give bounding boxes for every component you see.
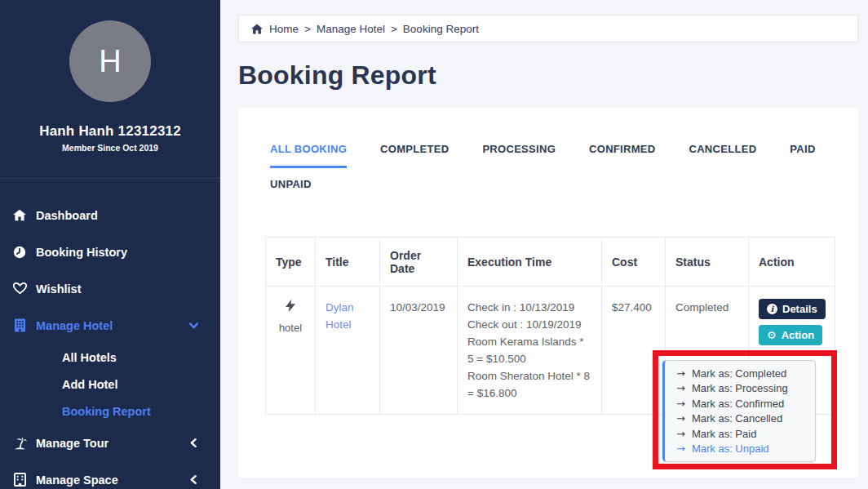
- sidebar-item-manage-hotel[interactable]: Manage Hotel: [0, 307, 220, 344]
- sidebar-item-dashboard[interactable]: Dashboard: [0, 197, 220, 233]
- chevron-left-icon: [188, 438, 199, 448]
- sidebar-item-label: Manage Space: [36, 473, 118, 487]
- col-header-action: Action: [749, 238, 835, 287]
- col-header-title: Title: [316, 238, 380, 287]
- sidebar-item-label: Add Hotel: [62, 378, 117, 391]
- breadcrumb: Home > Manage Hotel > Booking Report: [238, 15, 858, 42]
- execution-line: Room Kerama Islands * 5 = $10.500: [467, 333, 591, 367]
- sidebar-item-label: Booking History: [36, 246, 127, 259]
- sidebar-item-manage-tour[interactable]: Manage Tour: [0, 425, 220, 461]
- cell-title: Dylan Hotel: [316, 287, 380, 415]
- tab-paid[interactable]: PAID: [790, 143, 815, 168]
- cell-execution-time: Check in : 10/13/2019 Check out : 10/19/…: [458, 287, 602, 415]
- tab-all-booking[interactable]: ALL BOOKING: [270, 143, 347, 168]
- tab-unpaid[interactable]: UNPAID: [270, 178, 312, 203]
- bolt-icon: [276, 299, 305, 318]
- tab-cancelled[interactable]: CANCELLED: [689, 143, 756, 168]
- sidebar-item-label: Dashboard: [36, 209, 98, 222]
- palm-tree-icon: [12, 437, 27, 450]
- avatar: H: [69, 20, 151, 102]
- clock-icon: [12, 246, 27, 259]
- tab-processing[interactable]: PROCESSING: [482, 143, 556, 168]
- manage-hotel-submenu: All Hotels Add Hotel Booking Report: [0, 344, 220, 425]
- hotel-building-icon: [12, 318, 27, 332]
- col-header-order-date: Order Date: [380, 238, 458, 287]
- col-header-execution-time: Execution Time: [458, 238, 602, 287]
- home-icon: [251, 24, 263, 34]
- type-label: hotel: [276, 319, 305, 336]
- table-header-row: Type Title Order Date Execution Time Cos…: [266, 238, 835, 287]
- cell-order-date: 10/03/2019: [380, 287, 458, 415]
- execution-line: Check in : 10/13/2019: [467, 299, 591, 316]
- page-title: Booking Report: [238, 60, 858, 91]
- breadcrumb-separator: >: [304, 23, 311, 35]
- sidebar-item-booking-history[interactable]: Booking History: [0, 233, 220, 270]
- sidebar-nav: Dashboard Booking History Wishlist Manag…: [0, 197, 220, 489]
- hotel-title-link[interactable]: Dylan Hotel: [326, 301, 354, 331]
- chevron-left-icon: [188, 474, 199, 485]
- status-tabs: ALL BOOKING COMPLETED PROCESSING CONFIRM…: [270, 143, 841, 203]
- member-since: Member Since Oct 2019: [0, 143, 220, 153]
- sidebar-item-label: Wishlist: [36, 282, 81, 296]
- gears-icon: ⚙: [767, 330, 777, 340]
- avatar-letter: H: [99, 44, 121, 79]
- cell-type: hotel: [266, 287, 316, 415]
- col-header-cost: Cost: [602, 238, 666, 287]
- sidebar-item-label: Manage Tour: [36, 437, 108, 450]
- breadcrumb-home[interactable]: Home: [269, 23, 299, 35]
- sidebar-item-all-hotels[interactable]: All Hotels: [0, 344, 220, 371]
- info-icon: i: [767, 304, 777, 314]
- col-header-status: Status: [666, 238, 749, 287]
- breadcrumb-manage-hotel[interactable]: Manage Hotel: [317, 23, 385, 35]
- sidebar-item-label: Booking Report: [62, 405, 151, 418]
- sidebar-item-wishlist[interactable]: Wishlist: [0, 270, 220, 307]
- space-building-icon: [12, 473, 27, 487]
- tab-completed[interactable]: COMPLETED: [380, 143, 449, 168]
- sidebar-item-booking-report[interactable]: Booking Report: [0, 398, 220, 425]
- execution-line: Check out : 10/19/2019: [467, 316, 591, 333]
- sidebar-item-label: Manage Hotel: [36, 319, 113, 332]
- tab-confirmed[interactable]: CONFIRMED: [589, 143, 655, 168]
- col-header-type: Type: [266, 238, 316, 287]
- sidebar-item-add-hotel[interactable]: Add Hotel: [0, 371, 220, 398]
- chevron-down-icon: [188, 320, 199, 331]
- details-button[interactable]: i Details: [759, 299, 826, 319]
- heart-icon: [12, 282, 27, 295]
- red-highlight-annotation: [653, 350, 837, 469]
- sidebar-divider: [0, 178, 220, 179]
- action-button-label: Action: [782, 329, 814, 341]
- user-name: Hanh Hanh 12312312: [0, 123, 220, 140]
- action-button[interactable]: ⚙ Action: [759, 325, 822, 345]
- home-icon: [12, 209, 27, 221]
- breadcrumb-current: Booking Report: [403, 23, 479, 35]
- sidebar-item-manage-space[interactable]: Manage Space: [0, 461, 220, 489]
- execution-line: Room Sheraton Hotel * 8 = $16.800: [467, 367, 591, 402]
- sidebar-item-label: All Hotels: [62, 351, 117, 364]
- details-button-label: Details: [782, 303, 817, 315]
- breadcrumb-separator: >: [391, 23, 397, 35]
- sidebar: H Hanh Hanh 12312312 Member Since Oct 20…: [0, 0, 220, 489]
